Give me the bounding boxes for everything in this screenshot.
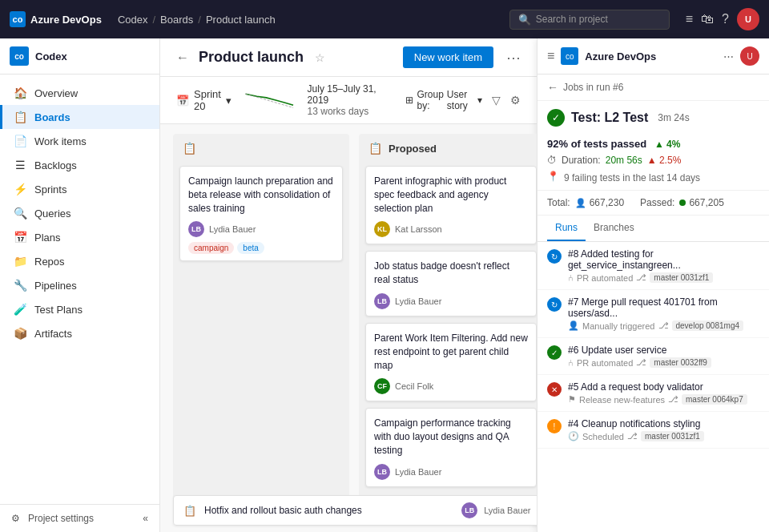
run-meta-6: ⑃ PR automated ⎇ master 0032ff9 [568,357,759,368]
sprint-bar: 📅 Sprint 20 ▾ July 15–July 31, 2019 13 w… [160,77,537,124]
sidebar-item-repos[interactable]: 📁 Repos [0,249,159,273]
run-info-4: #4 Cleanup notifications styling 🕐 Sched… [568,418,759,441]
run-title-8: #8 Added testing for get_service_instang… [568,248,759,271]
back-link[interactable]: ← Jobs in run #6 [537,75,769,101]
global-search[interactable]: 🔍 Search in project [509,10,670,30]
card-parent-filtering[interactable]: Parent Work Item Filtering. Add new rest… [365,323,537,401]
back-arrow-icon: ← [547,81,558,94]
sidebar-item-queries[interactable]: 🔍 Queries [0,201,159,225]
sidebar-item-artifacts[interactable]: 📦 Artifacts [0,321,159,345]
run-title-4: #4 Cleanup notifications styling [568,418,759,429]
settings-gear-icon: ⚙ [11,513,20,524]
run-item-7[interactable]: ↻ #7 Merge pull request 401701 from user… [537,290,769,338]
green-dot [679,200,686,206]
sidebar-org-icon: co [10,46,29,66]
board-bottom-item[interactable]: 📋 Hotfix and rollout basic auth changes … [173,495,537,526]
panel-brand-name: Azure DevOps [585,50,717,62]
breadcrumb: Codex / Boards / Product launch [118,14,276,26]
sidebar-label-repos: Repos [34,256,65,268]
card-parent-infographic[interactable]: Parent infographic with product spec fee… [365,166,537,244]
card-title: Campaign launch preparation and beta rel… [188,175,334,215]
bottom-item-meta: LB Lydia Bauer auth beta production-2 [461,502,537,518]
branch-icon-7: ⎇ [658,320,669,331]
run-item-8[interactable]: ↻ #8 Added testing for get_service_insta… [537,242,769,290]
column-cards-main: Campaign launch preparation and beta rel… [173,163,349,522]
card-avatar: KL [374,221,390,237]
sprint-work-days: 13 works days [308,106,380,117]
breadcrumb-boards[interactable]: Boards [160,14,193,26]
back-button[interactable]: ← [176,50,189,65]
run-status-success-icon-6: ✓ [547,345,562,360]
run-title-7: #7 Merge pull request 401701 from users/… [568,296,759,319]
panel-more-icon[interactable]: ⋯ [723,50,734,62]
sidebar: co Codex 🏠 Overview 📋 Boards 📄 Work item… [0,38,160,532]
column-header-proposed: 📋 Proposed [359,134,537,163]
sidebar-item-sprints[interactable]: ⚡ Sprints [0,177,159,201]
card-meta: LB Lydia Bauer [374,464,528,480]
tests-passed: 92% of tests passed ▲ 4% [547,138,759,150]
test-header: ✓ Test: L2 Test 3m 24s [537,101,769,131]
panel-header-actions: ⋯ U [723,46,759,66]
run-item-6[interactable]: ✓ #6 Update user service ⑃ PR automated … [537,338,769,375]
run-item-5[interactable]: ✕ #5 Add a request body validator ⚑ Rele… [537,375,769,412]
new-work-item-button[interactable]: New work item [403,46,493,68]
sidebar-item-backlogs[interactable]: ☰ Backlogs [0,153,159,177]
run-status-warning-icon-4: ! [547,419,562,433]
bag-icon[interactable]: 🛍 [701,12,714,26]
release-icon-5: ⚑ [568,394,576,405]
run-info-7: #7 Merge pull request 401701 from users/… [568,296,759,331]
sched-icon-4: 🕐 [568,431,579,441]
card-campaign-launch[interactable]: Campaign launch preparation and beta rel… [179,166,343,261]
runs-list: ↻ #8 Added testing for get_service_insta… [537,242,769,532]
collapse-icon[interactable]: « [143,513,148,524]
panel-menu-icon[interactable]: ≡ [547,49,554,63]
sidebar-label-pipelines: Pipelines [34,280,77,292]
panel-avatar[interactable]: U [740,46,759,66]
app-logo[interactable]: co Azure DevOps [10,11,102,27]
favorite-icon[interactable]: ☆ [315,51,325,64]
sprint-selector[interactable]: 📅 Sprint 20 ▾ [176,88,232,112]
passed-val: 667,205 [679,197,723,208]
board-settings-icon[interactable]: ⚙ [510,94,521,107]
top-navigation: co Azure DevOps Codex / Boards / Product… [0,0,769,38]
overview-icon: 🏠 [14,87,26,99]
group-by-label: Group by: [417,89,443,111]
sidebar-item-boards[interactable]: 📋 Boards [0,105,159,129]
list-icon[interactable]: ≡ [686,12,693,26]
tab-branches[interactable]: Branches [586,216,642,241]
group-by-value: User story [447,89,474,111]
pipeline-panel: ≡ co Azure DevOps ⋯ U ← Jobs in run #6 ✓… [537,38,769,532]
branch-tag: master 0031zf1 [650,272,713,283]
totals-row: Total: 👤 667,230 Passed: 667,205 [537,190,769,216]
test-time: 3m 24s [658,112,689,123]
tab-runs[interactable]: Runs [547,216,586,241]
group-by-selector[interactable]: ⊞ Group by: User story ▾ [405,89,482,111]
sidebar-item-pipelines[interactable]: 🔧 Pipelines [0,273,159,297]
sidebar-item-plans[interactable]: 📅 Plans [0,225,159,249]
run-item-4[interactable]: ! #4 Cleanup notifications styling 🕐 Sch… [537,412,769,449]
bottom-item-title: Hotfix and rollout basic auth changes [204,505,453,516]
card-job-status[interactable]: Job status badge doesn't reflect real st… [365,251,537,316]
app-name: Azure DevOps [30,14,102,26]
breadcrumb-product-launch[interactable]: Product launch [206,14,276,26]
user-avatar[interactable]: U [737,8,759,30]
sidebar-item-overview[interactable]: 🏠 Overview [0,81,159,105]
card-title: Parent infographic with product spec fee… [374,175,528,215]
duration-val: 20m 56s [606,155,642,166]
filter-icon[interactable]: ▽ [492,94,501,107]
bottom-item-icon: 📋 [183,505,196,517]
testplans-icon: 🧪 [14,303,26,316]
breadcrumb-codex[interactable]: Codex [118,14,148,26]
sidebar-org: co Codex [0,38,159,75]
total-val: 👤 667,230 [575,197,624,208]
run-status-running-icon: ↻ [547,249,562,264]
group-by-chevron: ▾ [477,95,482,106]
card-campaign-perf[interactable]: Campaign performance tracking with duo l… [365,408,537,486]
card-title: Parent Work Item Filtering. Add new rest… [374,332,528,372]
more-options-button[interactable]: ⋯ [506,49,521,66]
project-settings[interactable]: ⚙ Project settings « [0,504,159,532]
column-title-proposed: Proposed [389,143,437,155]
sidebar-item-work-items[interactable]: 📄 Work items [0,129,159,153]
help-icon[interactable]: ? [722,12,729,26]
sidebar-item-test-plans[interactable]: 🧪 Test Plans [0,297,159,321]
